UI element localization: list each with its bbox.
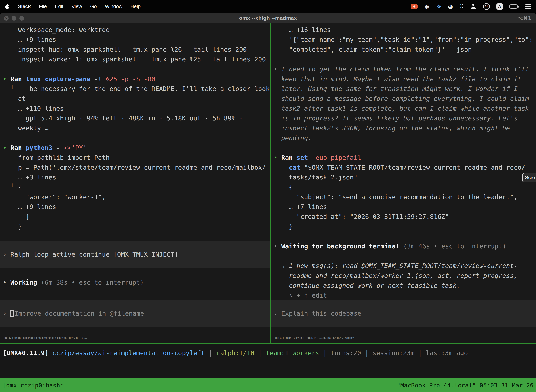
bullet: • [274,65,281,73]
text-segment: gpt-5.4 xhigh · 94% left · 488K in · 5.1… [3,115,243,122]
composer-placeholder: Improve documentation in @filename [14,308,144,318]
menu-item-view[interactable]: View [72,4,82,9]
reply-arrow: ↳ [274,262,289,269]
text-segment: tasks/task-2.json" [274,174,358,181]
text-segment: weekly … [3,125,48,132]
grid-icon[interactable]: ▦ [424,3,430,10]
turns-counter: turns:20 [330,349,361,356]
omitted-lines-marker: … +3 lines [3,173,270,182]
text-segment: -euo pipefail [308,154,361,161]
text-segment: ⌥ + ↑ edit [274,292,327,299]
separator: | [254,349,266,356]
output-line: "subject": "send a concise recommendatio… [274,192,536,202]
text-segment: └ [281,183,285,191]
screen-recording-icon[interactable] [411,3,418,10]
text-segment: 1 new msg(s): read $OMX_TEAM_STATE_ROOT/… [289,262,517,269]
macos-menu-bar: Slack FileEditViewGoWindowHelp ▦ ❖ ◕ ⠿ 6… [0,0,536,13]
input-source-icon[interactable]: A [496,3,503,10]
mailbox-message-line: readme-and-reco/mailbox/worker-1.json, a… [274,271,536,281]
separator: | [415,349,426,356]
blank-line [274,251,536,261]
text-segment: Ran [10,75,26,83]
window-shortcut-hint: ⌥⌘1 [517,15,531,21]
dots-grid-icon[interactable]: ⠿ [460,3,464,10]
text-segment: tmux capture-pane [26,75,90,83]
text-segment: "subject": "send a concise recommendatio… [274,193,517,201]
battery-percent-value: 61 [483,3,490,10]
ran-command-line: • Ran tmux capture-pane -t %25 -p -S -80 [3,74,270,84]
output-line: "created_at": "2026-03-31T11:59:27.816Z" [274,212,536,222]
text-segment: Waiting for background terminal [281,243,399,250]
menu-item-edit[interactable]: Edit [55,4,63,9]
mailbox-message-line: ↳ 1 new msg(s): read $OMX_TEAM_STATE_ROO… [274,261,536,271]
menu-item-file[interactable]: File [39,4,47,9]
battery-percent-icon[interactable]: 61 [483,3,490,10]
waiting-status-line: • Waiting for background terminal (3m 46… [274,241,536,251]
text-segment: inspect task2's JSON, focusing on the st… [274,125,510,132]
text-segment: … +3 lines [3,174,56,181]
omitted-lines-marker: … +16 lines [274,25,536,35]
tmux-session-window[interactable]: [omx-cczip0:bash* [2,382,64,389]
menu-app-name[interactable]: Slack [18,4,31,9]
text-segment: python3 [26,144,53,151]
text-segment: … +110 lines [3,105,64,112]
blank-line [274,54,536,64]
menu-item-window[interactable]: Window [105,4,122,9]
text-segment: › [3,250,10,259]
menu-item-go[interactable]: Go [90,4,97,9]
text-cursor [10,310,14,317]
terminal-content: workspace_mode: worktree … +9 lines insp… [0,23,536,392]
edit-hint-line: ⌥ + ↑ edit [274,290,536,300]
ralph-loop-banner: › Ralph loop active continue [OMX_TMUX_I… [0,241,270,268]
session-timer: session:23m [373,349,414,356]
text-segment: (6m 38s • esc to interrupt) [37,279,144,286]
screen-sharing-overlay[interactable]: Scre [522,173,536,182]
text-segment: … +9 lines [3,203,56,210]
text-segment: Ralph loop active continue [OMX_TMUX_INJ… [10,250,178,259]
window-title-bar[interactable]: × omx --xhigh --madmax ⌥⌘1 [0,13,536,23]
right-terminal-pane[interactable]: … +16 lines '{"team_name":"my-team","tas… [271,23,536,343]
thinking-line: keep that in mind. Maybe I also need the… [274,74,536,84]
config-line: inspect_worker-1: omx sparkshell --tmux-… [3,54,270,64]
text-segment: } [3,223,22,230]
omitted-lines-marker: … +9 lines [3,202,270,212]
minimize-button[interactable] [12,16,16,21]
text-segment: "worker": "worker-1", [3,193,106,201]
left-terminal-pane[interactable]: workspace_mode: worktree … +9 lines insp… [0,23,270,343]
text-segment: later. Using the same for transition mig… [274,85,517,92]
text-segment: task2 after task1 is complete, but can I… [274,105,529,112]
text-segment: p = Path('.omx/state/team/review-current… [3,164,266,171]
ralph-counter: ralph:1/10 [216,349,254,356]
control-center-icon[interactable] [526,3,531,10]
thinking-line: is in progress? It seems likely but perh… [274,113,536,123]
text-segment: cat [289,164,300,171]
tmux-panes: workspace_mode: worktree … +9 lines insp… [0,23,536,343]
thinking-line: • I need to get the claim token from the… [274,64,536,74]
text-segment: %25 [106,75,117,83]
output-line: gpt-5.4 xhigh · 94% left · 488K in · 5.1… [3,113,270,123]
text-segment: continue assigned work or next feasible … [274,282,460,289]
output-line: at [3,94,270,104]
text-segment: } [274,223,293,230]
text-segment: "completed","claim_token":"claim-token"}… [274,46,472,53]
working-status-line: • Working (6m 38s • esc to interrupt) [3,277,270,287]
blue-diamond-icon[interactable]: ❖ [436,3,441,10]
text-segment: should send a message before completing … [274,95,529,102]
text-segment: keep that in mind. Maybe I also need the… [274,75,522,83]
right-pane-status-line: gpt-5.4 xhigh · 94% left · 488K in · 5.1… [274,336,358,340]
zoom-button[interactable] [19,16,24,21]
pie-circle-icon[interactable]: ◕ [448,3,453,10]
close-button[interactable]: × [4,16,9,21]
text-segment: ] [3,213,29,220]
text-segment: { [14,183,22,191]
thinking-line: inspect task2's JSON, focusing on the st… [274,123,536,133]
menu-item-help[interactable]: Help [130,4,141,9]
apple-menu-icon[interactable] [5,4,10,9]
suggestion-explain-codebase[interactable]: › Explain this codebase [271,300,536,327]
output-line: weekly … [3,123,270,133]
person-icon[interactable] [470,3,476,10]
battery-icon[interactable] [509,3,519,10]
composer-input[interactable]: › Improve documentation in @filename [0,300,270,327]
text-segment: '{"team_name":"my-team","task_id":"1","f… [274,36,533,43]
text-segment: { [285,183,293,191]
